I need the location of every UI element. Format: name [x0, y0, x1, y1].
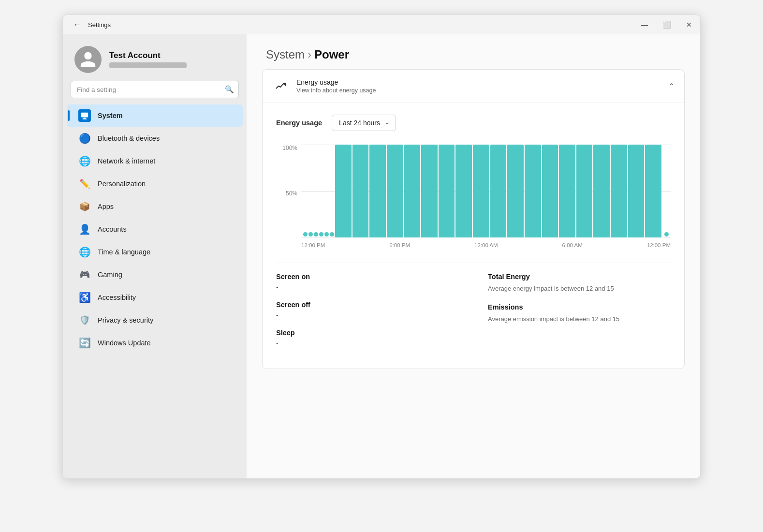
sidebar-label-time: Time & language: [98, 248, 150, 256]
chart-dot: [664, 232, 669, 236]
chart-yaxis: 100% 50%: [276, 145, 301, 237]
xlabel-600pm: 6:00 PM: [389, 242, 410, 248]
network-icon: 🌐: [78, 155, 91, 167]
sidebar-item-network[interactable]: 🌐 Network & internet: [67, 150, 243, 172]
stat-screen-off-value: -: [276, 311, 459, 319]
sidebar-label-bluetooth: Bluetooth & devices: [98, 134, 160, 142]
shield-icon: 🛡️: [78, 314, 91, 326]
titlebar: ← Settings — ⬜ ✕: [63, 15, 700, 34]
stat-sleep: Sleep -: [276, 329, 459, 347]
chart-bar: [369, 145, 386, 237]
energy-section-card: Energy usage View info about energy usag…: [262, 69, 685, 369]
chevron-up-icon: ⌃: [668, 82, 675, 91]
chart-bar: [352, 145, 369, 237]
sidebar-item-privacy[interactable]: 🛡️ Privacy & security: [67, 309, 243, 331]
sidebar-label-personalization: Personalization: [98, 180, 146, 188]
sidebar-label-apps: Apps: [98, 203, 114, 210]
sidebar-label-accessibility: Accessibility: [98, 294, 136, 301]
xlabel-1200pm-2: 12:00 PM: [647, 242, 671, 248]
bluetooth-icon: 🔵: [78, 132, 91, 145]
nav-list: System 🔵 Bluetooth & devices 🌐 Network &…: [63, 102, 247, 356]
section-subtitle: View info about energy usage: [296, 87, 668, 94]
sidebar-item-apps[interactable]: 📦 Apps: [67, 195, 243, 218]
sidebar-item-accessibility[interactable]: ♿ Accessibility: [67, 286, 243, 309]
sidebar-label-gaming: Gaming: [98, 271, 122, 279]
search-container: 🔍: [71, 81, 239, 98]
energy-controls: Energy usage Last 24 hours Last 7 days L…: [276, 115, 671, 131]
svg-rect-0: [81, 113, 88, 118]
app-title: Settings: [88, 21, 111, 29]
apps-icon: 📦: [78, 200, 91, 213]
chart-bar: [611, 145, 627, 237]
chart-bar: [628, 145, 645, 237]
stat-sleep-label: Sleep: [276, 329, 459, 337]
chart-bar: [525, 145, 541, 237]
time-range-dropdown[interactable]: Last 24 hours Last 7 days Last 30 days: [332, 115, 396, 131]
sidebar-item-accounts[interactable]: 👤 Accounts: [67, 218, 243, 240]
energy-section-header[interactable]: Energy usage View info about energy usag…: [263, 70, 684, 103]
xlabel-1200pm-1: 12:00 PM: [301, 242, 325, 248]
gaming-icon: 🎮: [78, 268, 91, 281]
update-icon: 🔄: [78, 337, 91, 349]
chart-bar: [490, 145, 507, 237]
stat-screen-on: Screen on -: [276, 273, 459, 291]
svg-rect-2: [83, 118, 87, 119]
stat-screen-off-label: Screen off: [276, 301, 459, 309]
profile-info: Test Account: [109, 51, 187, 68]
chart-dot: [319, 232, 323, 236]
chart-dot: [303, 232, 308, 236]
sidebar-item-time[interactable]: 🌐 Time & language: [67, 241, 243, 263]
sidebar-item-gaming[interactable]: 🎮 Gaming: [67, 264, 243, 286]
sidebar: Test Account 🔍 System 🔵: [63, 34, 247, 478]
sidebar-label-network: Network & internet: [98, 157, 155, 165]
sidebar-item-bluetooth[interactable]: 🔵 Bluetooth & devices: [67, 127, 243, 149]
back-button[interactable]: ←: [71, 18, 84, 31]
chart-bar: [473, 145, 489, 237]
chart-bars-container: [301, 145, 671, 237]
time-range-dropdown-wrap: Last 24 hours Last 7 days Last 30 days: [332, 115, 396, 131]
chart-bar: [387, 145, 403, 237]
breadcrumb-current: Power: [314, 48, 349, 61]
stat-total-energy: Total Energy Average energy impact is be…: [488, 273, 671, 294]
profile-email: [109, 62, 187, 68]
sidebar-label-privacy: Privacy & security: [98, 316, 153, 324]
energy-icon: [272, 77, 290, 95]
breadcrumb: System › Power: [266, 48, 681, 61]
sidebar-label-system: System: [98, 112, 123, 119]
ylabel-100: 100%: [276, 145, 301, 151]
chart-bar: [455, 145, 472, 237]
sidebar-item-personalization[interactable]: ✏️ Personalization: [67, 173, 243, 195]
page-header: System › Power: [247, 34, 700, 69]
window-controls: — ⬜ ✕: [633, 15, 700, 34]
stat-sleep-value: -: [276, 340, 459, 347]
chart-bar: [439, 145, 455, 237]
minimize-button[interactable]: —: [633, 15, 656, 34]
sidebar-item-system[interactable]: System: [67, 104, 243, 127]
stat-emissions: Emissions Average emission impact is bet…: [488, 303, 671, 324]
sidebar-item-update[interactable]: 🔄 Windows Update: [67, 332, 243, 354]
chart-bar: [507, 145, 524, 237]
xlabel-1200am: 12:00 AM: [474, 242, 498, 248]
chart-container: 100% 50%: [276, 145, 671, 251]
search-input[interactable]: [71, 81, 239, 98]
chart-bar: [542, 145, 558, 237]
chart-dot: [314, 232, 318, 236]
close-button[interactable]: ✕: [678, 15, 700, 34]
chart-bar: [335, 145, 352, 237]
stat-emissions-label: Emissions: [488, 303, 671, 311]
svg-rect-1: [83, 118, 86, 119]
accessibility-icon: ♿: [78, 291, 91, 304]
chart-bar: [404, 145, 421, 237]
stat-total-energy-label: Total Energy: [488, 273, 671, 281]
accounts-icon: 👤: [78, 223, 91, 236]
chart-dot: [330, 232, 334, 236]
sidebar-label-accounts: Accounts: [98, 225, 127, 233]
xlabel-600am: 6:00 AM: [562, 242, 583, 248]
chart-bar: [576, 145, 593, 237]
profile-section: Test Account: [63, 34, 247, 81]
stat-emissions-desc: Average emission impact is between 12 an…: [488, 315, 671, 324]
section-header-text: Energy usage View info about energy usag…: [296, 78, 668, 94]
maximize-button[interactable]: ⬜: [656, 15, 678, 34]
search-icon: 🔍: [225, 85, 234, 94]
stats-col-right: Total Energy Average energy impact is be…: [488, 273, 671, 357]
